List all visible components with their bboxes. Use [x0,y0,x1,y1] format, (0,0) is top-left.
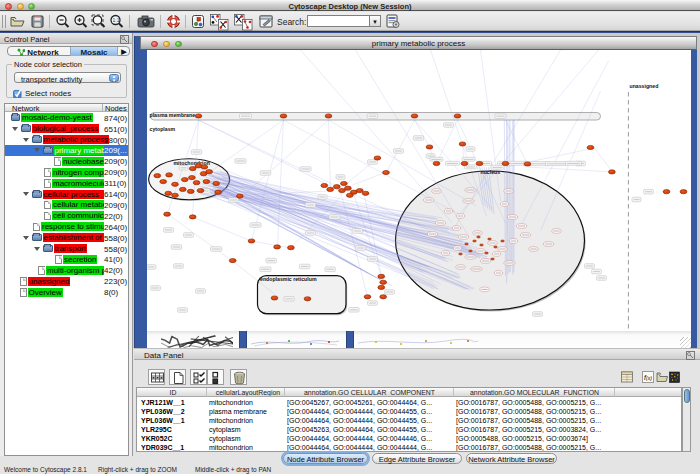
svg-text:unassigned: unassigned [629,83,658,89]
svg-text:nucleus: nucleus [480,169,500,175]
svg-text:mitochondrion: mitochondrion [173,160,209,166]
svg-text:1:1: 1:1 [113,17,120,23]
svg-text:plasma membrane: plasma membrane [149,112,195,118]
svg-text:endoplasmic reticulum: endoplasmic reticulum [260,276,317,282]
svg-text:cytoplasm: cytoplasm [149,126,175,132]
